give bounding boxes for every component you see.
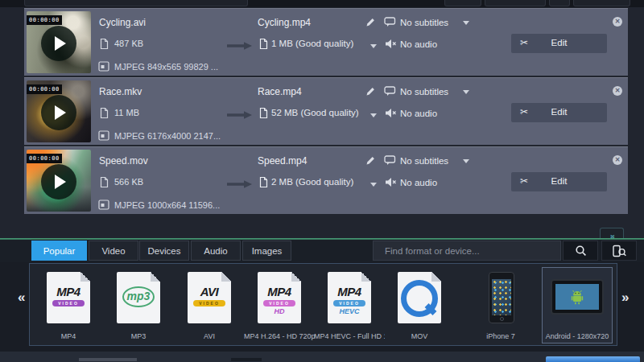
toolbar-segment — [573, 0, 630, 6]
conversion-arrow-icon — [227, 42, 253, 50]
subtitles-dropdown-caret[interactable] — [463, 21, 469, 25]
subtitles-bubble-icon — [384, 17, 396, 27]
subtitles-value[interactable]: No subtitles — [400, 18, 448, 27]
toolbar-segment — [549, 0, 570, 6]
format-tile-avi[interactable]: AVI VIDEO AVI — [174, 269, 245, 343]
toolbar-cutoff — [0, 0, 644, 7]
quicktime-q-icon — [401, 280, 438, 317]
media-row-speed: 00:00:00 Speed.mov 566 KB MJPEG 1000x664… — [24, 146, 628, 214]
android-robot-icon — [569, 289, 585, 305]
mp4-hd-doc-icon: MP4 VIDEO HD — [258, 272, 301, 323]
source-size: 487 KB — [114, 39, 143, 48]
device-detect-button[interactable] — [601, 241, 637, 261]
source-codec-info: MJPEG 1000x664 11596... — [114, 200, 220, 210]
rename-pencil-icon[interactable] — [365, 86, 376, 97]
media-row-race: 00:00:00 Race.mkv 11 MB MJPEG 6176x4000 … — [24, 77, 628, 145]
format-tile-mp3[interactable]: mp3 MP3 — [103, 269, 174, 343]
play-button[interactable] — [41, 164, 76, 200]
tab-video[interactable]: Video — [89, 241, 138, 261]
format-tile-iphone7[interactable]: iPhone 7 — [465, 269, 536, 343]
collapse-panel-handle[interactable]: « — [600, 228, 624, 239]
video-thumbnail[interactable]: 00:00:00 — [27, 150, 91, 212]
source-size: 11 MB — [114, 108, 139, 117]
scroll-right-chevron[interactable]: » — [621, 290, 629, 306]
status-text-fragment — [79, 358, 137, 361]
tab-devices[interactable]: Devices — [139, 241, 189, 261]
scroll-left-chevron[interactable]: « — [18, 290, 25, 306]
play-icon — [55, 105, 66, 120]
search-button[interactable] — [563, 241, 598, 261]
play-icon — [55, 175, 66, 189]
format-tile-mp4[interactable]: MP4 VIDEO MP4 — [33, 269, 104, 343]
iphone-icon — [489, 272, 514, 323]
source-filename: Speed.mov — [99, 155, 148, 167]
format-label: MP4 H.264 - HD 720p — [244, 332, 315, 340]
timestamp-badge: 00:00:00 — [27, 15, 62, 25]
quality-dropdown-caret[interactable] — [370, 113, 377, 117]
audio-value: No audio — [400, 178, 437, 187]
media-row-cycling: 00:00:00 Cycling.avi 487 KB MJPEG 849x56… — [24, 8, 628, 76]
play-button[interactable] — [41, 26, 76, 61]
format-label: iPhone 7 — [465, 332, 536, 340]
format-label: MP3 — [103, 332, 174, 340]
format-label: MP4 — [33, 332, 104, 340]
source-codec-info: MJPEG 849x565 99829 ... — [114, 62, 218, 72]
output-quality-value: 1 MB (Good quality) — [271, 39, 353, 48]
play-button[interactable] — [41, 95, 76, 130]
video-thumbnail[interactable]: 00:00:00 — [27, 11, 91, 73]
remove-file-button[interactable]: ✕ — [613, 155, 622, 165]
source-filename: Cycling.avi — [99, 17, 146, 28]
quality-dropdown-caret[interactable] — [370, 44, 377, 48]
format-tile-mp4-hd[interactable]: MP4 VIDEO HD MP4 H.264 - HD 720p — [244, 269, 315, 343]
play-icon — [55, 36, 66, 51]
output-quality-value: 2 MB (Good quality) — [271, 177, 353, 187]
subtitles-dropdown-caret[interactable] — [463, 159, 469, 163]
format-label: Android - 1280x720 — [543, 332, 612, 340]
format-tile-android-selected[interactable]: Android - 1280x720 — [542, 267, 613, 343]
edit-button[interactable]: ✂ Edit — [511, 172, 607, 191]
edit-button-label: Edit — [511, 38, 607, 47]
rename-pencil-icon[interactable] — [365, 155, 376, 166]
audio-value: No audio — [400, 39, 437, 49]
format-strip: « » MP4 VIDEO MP4 mp3 MP3 AVI VIDEO AVI … — [0, 262, 644, 352]
remove-file-button[interactable]: ✕ — [613, 17, 622, 27]
mp4-doc-icon: MP4 VIDEO — [47, 272, 90, 323]
format-label: MOV — [384, 332, 455, 340]
toolbar-segment — [444, 0, 481, 6]
edit-button[interactable]: ✂ Edit — [511, 103, 607, 122]
source-codec-info: MJPEG 6176x4000 2147... — [114, 131, 221, 141]
file-icon — [99, 107, 109, 119]
codec-icon — [98, 130, 109, 141]
mp4-hevc-doc-icon: MP4 VIDEO HEVC — [328, 272, 371, 323]
edit-button-label: Edit — [511, 107, 607, 117]
toolbar-segment — [485, 0, 546, 6]
rename-pencil-icon[interactable] — [365, 17, 376, 27]
format-tile-mp4-hevc[interactable]: MP4 VIDEO HEVC MP4 HEVC - Full HD 1... — [314, 269, 385, 343]
file-icon — [258, 176, 269, 188]
subtitles-value[interactable]: No subtitles — [400, 156, 448, 166]
toolbar-segment — [24, 0, 248, 6]
subtitles-dropdown-caret[interactable] — [463, 90, 469, 94]
subtitles-bubble-icon — [384, 155, 396, 166]
timestamp-badge: 00:00:00 — [27, 84, 62, 94]
tab-audio[interactable]: Audio — [191, 241, 241, 261]
audio-muted-icon — [385, 177, 397, 187]
convert-button-cutoff[interactable] — [546, 356, 640, 362]
remove-file-button[interactable]: ✕ — [613, 86, 622, 96]
subtitles-value[interactable]: No subtitles — [400, 87, 448, 97]
output-filename: Speed.mp4 — [258, 155, 307, 167]
format-label: AVI — [174, 332, 245, 340]
tab-popular[interactable]: Popular — [31, 241, 87, 261]
edit-button[interactable]: ✂ Edit — [511, 34, 607, 53]
video-thumbnail[interactable]: 00:00:00 — [27, 80, 91, 142]
statusbar-cutoff — [0, 352, 644, 362]
format-tile-mov[interactable]: MOV — [384, 269, 455, 343]
tab-images[interactable]: Images — [242, 241, 291, 261]
quality-dropdown-caret[interactable] — [370, 183, 377, 187]
source-size: 566 KB — [114, 177, 143, 187]
avi-doc-icon: AVI VIDEO — [188, 272, 231, 323]
format-search-input[interactable] — [373, 241, 561, 261]
video-converter-app: { "rows": [ {"timestamp":"00:00:00","sou… — [0, 0, 644, 362]
file-icon — [99, 176, 109, 188]
conversion-arrow-icon — [227, 180, 253, 188]
